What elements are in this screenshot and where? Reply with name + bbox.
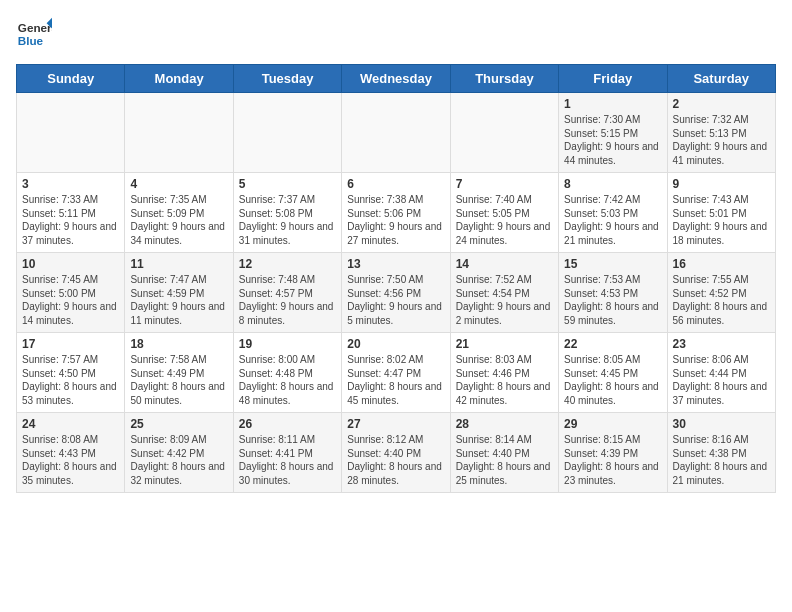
day-info: Sunrise: 8:16 AM Sunset: 4:38 PM Dayligh…	[673, 433, 770, 487]
day-info: Sunrise: 8:09 AM Sunset: 4:42 PM Dayligh…	[130, 433, 227, 487]
day-number: 5	[239, 177, 336, 191]
day-number: 19	[239, 337, 336, 351]
page-header: General Blue	[16, 16, 776, 52]
day-info: Sunrise: 7:35 AM Sunset: 5:09 PM Dayligh…	[130, 193, 227, 247]
cell-week4-day1: 18Sunrise: 7:58 AM Sunset: 4:49 PM Dayli…	[125, 333, 233, 413]
cell-week5-day4: 28Sunrise: 8:14 AM Sunset: 4:40 PM Dayli…	[450, 413, 558, 493]
cell-week4-day6: 23Sunrise: 8:06 AM Sunset: 4:44 PM Dayli…	[667, 333, 775, 413]
cell-week3-day0: 10Sunrise: 7:45 AM Sunset: 5:00 PM Dayli…	[17, 253, 125, 333]
cell-week4-day4: 21Sunrise: 8:03 AM Sunset: 4:46 PM Dayli…	[450, 333, 558, 413]
day-number: 22	[564, 337, 661, 351]
cell-week4-day3: 20Sunrise: 8:02 AM Sunset: 4:47 PM Dayli…	[342, 333, 450, 413]
day-number: 10	[22, 257, 119, 271]
day-number: 16	[673, 257, 770, 271]
cell-week5-day1: 25Sunrise: 8:09 AM Sunset: 4:42 PM Dayli…	[125, 413, 233, 493]
day-info: Sunrise: 7:33 AM Sunset: 5:11 PM Dayligh…	[22, 193, 119, 247]
cell-week4-day5: 22Sunrise: 8:05 AM Sunset: 4:45 PM Dayli…	[559, 333, 667, 413]
day-number: 8	[564, 177, 661, 191]
day-number: 17	[22, 337, 119, 351]
day-info: Sunrise: 7:37 AM Sunset: 5:08 PM Dayligh…	[239, 193, 336, 247]
day-info: Sunrise: 7:32 AM Sunset: 5:13 PM Dayligh…	[673, 113, 770, 167]
day-info: Sunrise: 7:47 AM Sunset: 4:59 PM Dayligh…	[130, 273, 227, 327]
day-info: Sunrise: 7:55 AM Sunset: 4:52 PM Dayligh…	[673, 273, 770, 327]
day-info: Sunrise: 8:11 AM Sunset: 4:41 PM Dayligh…	[239, 433, 336, 487]
day-info: Sunrise: 7:58 AM Sunset: 4:49 PM Dayligh…	[130, 353, 227, 407]
day-number: 12	[239, 257, 336, 271]
day-number: 4	[130, 177, 227, 191]
day-info: Sunrise: 7:45 AM Sunset: 5:00 PM Dayligh…	[22, 273, 119, 327]
day-info: Sunrise: 7:57 AM Sunset: 4:50 PM Dayligh…	[22, 353, 119, 407]
day-number: 2	[673, 97, 770, 111]
day-number: 7	[456, 177, 553, 191]
day-info: Sunrise: 7:42 AM Sunset: 5:03 PM Dayligh…	[564, 193, 661, 247]
day-info: Sunrise: 8:00 AM Sunset: 4:48 PM Dayligh…	[239, 353, 336, 407]
cell-week5-day2: 26Sunrise: 8:11 AM Sunset: 4:41 PM Dayli…	[233, 413, 341, 493]
cell-week3-day5: 15Sunrise: 7:53 AM Sunset: 4:53 PM Dayli…	[559, 253, 667, 333]
day-number: 1	[564, 97, 661, 111]
cell-week1-day4	[450, 93, 558, 173]
day-number: 26	[239, 417, 336, 431]
day-info: Sunrise: 8:15 AM Sunset: 4:39 PM Dayligh…	[564, 433, 661, 487]
day-info: Sunrise: 7:48 AM Sunset: 4:57 PM Dayligh…	[239, 273, 336, 327]
cell-week2-day5: 8Sunrise: 7:42 AM Sunset: 5:03 PM Daylig…	[559, 173, 667, 253]
cell-week2-day2: 5Sunrise: 7:37 AM Sunset: 5:08 PM Daylig…	[233, 173, 341, 253]
calendar-table: SundayMondayTuesdayWednesdayThursdayFrid…	[16, 64, 776, 493]
logo: General Blue	[16, 16, 56, 52]
day-number: 24	[22, 417, 119, 431]
cell-week1-day5: 1Sunrise: 7:30 AM Sunset: 5:15 PM Daylig…	[559, 93, 667, 173]
day-number: 13	[347, 257, 444, 271]
cell-week1-day3	[342, 93, 450, 173]
day-number: 14	[456, 257, 553, 271]
cell-week3-day4: 14Sunrise: 7:52 AM Sunset: 4:54 PM Dayli…	[450, 253, 558, 333]
svg-text:Blue: Blue	[18, 34, 44, 47]
header-friday: Friday	[559, 65, 667, 93]
cell-week2-day0: 3Sunrise: 7:33 AM Sunset: 5:11 PM Daylig…	[17, 173, 125, 253]
cell-week4-day2: 19Sunrise: 8:00 AM Sunset: 4:48 PM Dayli…	[233, 333, 341, 413]
cell-week4-day0: 17Sunrise: 7:57 AM Sunset: 4:50 PM Dayli…	[17, 333, 125, 413]
day-info: Sunrise: 7:43 AM Sunset: 5:01 PM Dayligh…	[673, 193, 770, 247]
day-number: 23	[673, 337, 770, 351]
cell-week2-day6: 9Sunrise: 7:43 AM Sunset: 5:01 PM Daylig…	[667, 173, 775, 253]
header-wednesday: Wednesday	[342, 65, 450, 93]
day-number: 29	[564, 417, 661, 431]
header-sunday: Sunday	[17, 65, 125, 93]
day-number: 28	[456, 417, 553, 431]
cell-week5-day6: 30Sunrise: 8:16 AM Sunset: 4:38 PM Dayli…	[667, 413, 775, 493]
day-number: 27	[347, 417, 444, 431]
day-number: 30	[673, 417, 770, 431]
logo-icon: General Blue	[16, 16, 52, 52]
cell-week1-day1	[125, 93, 233, 173]
day-number: 3	[22, 177, 119, 191]
cell-week2-day3: 6Sunrise: 7:38 AM Sunset: 5:06 PM Daylig…	[342, 173, 450, 253]
cell-week3-day3: 13Sunrise: 7:50 AM Sunset: 4:56 PM Dayli…	[342, 253, 450, 333]
day-number: 9	[673, 177, 770, 191]
day-number: 15	[564, 257, 661, 271]
day-info: Sunrise: 7:52 AM Sunset: 4:54 PM Dayligh…	[456, 273, 553, 327]
day-info: Sunrise: 7:30 AM Sunset: 5:15 PM Dayligh…	[564, 113, 661, 167]
day-info: Sunrise: 7:50 AM Sunset: 4:56 PM Dayligh…	[347, 273, 444, 327]
day-info: Sunrise: 7:40 AM Sunset: 5:05 PM Dayligh…	[456, 193, 553, 247]
header-monday: Monday	[125, 65, 233, 93]
day-number: 20	[347, 337, 444, 351]
day-info: Sunrise: 7:53 AM Sunset: 4:53 PM Dayligh…	[564, 273, 661, 327]
day-number: 6	[347, 177, 444, 191]
cell-week2-day4: 7Sunrise: 7:40 AM Sunset: 5:05 PM Daylig…	[450, 173, 558, 253]
header-tuesday: Tuesday	[233, 65, 341, 93]
day-info: Sunrise: 8:03 AM Sunset: 4:46 PM Dayligh…	[456, 353, 553, 407]
day-info: Sunrise: 8:12 AM Sunset: 4:40 PM Dayligh…	[347, 433, 444, 487]
cell-week3-day1: 11Sunrise: 7:47 AM Sunset: 4:59 PM Dayli…	[125, 253, 233, 333]
cell-week5-day3: 27Sunrise: 8:12 AM Sunset: 4:40 PM Dayli…	[342, 413, 450, 493]
header-saturday: Saturday	[667, 65, 775, 93]
day-number: 21	[456, 337, 553, 351]
day-info: Sunrise: 8:02 AM Sunset: 4:47 PM Dayligh…	[347, 353, 444, 407]
day-number: 11	[130, 257, 227, 271]
day-info: Sunrise: 7:38 AM Sunset: 5:06 PM Dayligh…	[347, 193, 444, 247]
day-number: 18	[130, 337, 227, 351]
cell-week2-day1: 4Sunrise: 7:35 AM Sunset: 5:09 PM Daylig…	[125, 173, 233, 253]
cell-week3-day2: 12Sunrise: 7:48 AM Sunset: 4:57 PM Dayli…	[233, 253, 341, 333]
day-info: Sunrise: 8:05 AM Sunset: 4:45 PM Dayligh…	[564, 353, 661, 407]
cell-week5-day0: 24Sunrise: 8:08 AM Sunset: 4:43 PM Dayli…	[17, 413, 125, 493]
cell-week5-day5: 29Sunrise: 8:15 AM Sunset: 4:39 PM Dayli…	[559, 413, 667, 493]
cell-week1-day6: 2Sunrise: 7:32 AM Sunset: 5:13 PM Daylig…	[667, 93, 775, 173]
day-info: Sunrise: 8:06 AM Sunset: 4:44 PM Dayligh…	[673, 353, 770, 407]
